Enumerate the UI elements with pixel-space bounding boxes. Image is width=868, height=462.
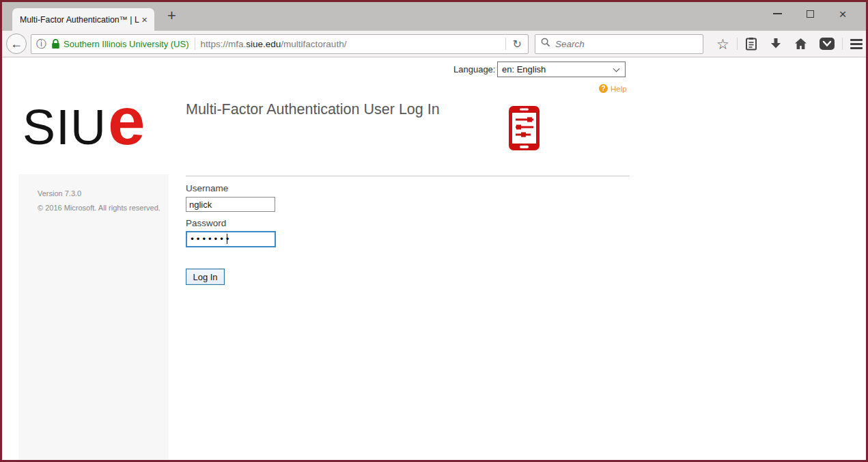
username-label: Username <box>186 183 228 193</box>
toolbar-divider-2 <box>842 38 843 50</box>
password-field-wrapper <box>186 231 276 247</box>
back-icon: ← <box>10 37 23 51</box>
info-icon[interactable]: ⓘ <box>36 38 46 51</box>
logo-e-text: e <box>108 83 145 159</box>
back-button[interactable]: ← <box>6 33 27 54</box>
search-icon <box>541 38 550 50</box>
url-text[interactable]: https://mfa.siue.edu/multifactorauth/ <box>201 39 347 49</box>
pocket-badge <box>820 38 835 50</box>
tab-mfa[interactable]: Multi-Factor Authentication™ | L × <box>12 8 154 31</box>
close-icon: × <box>839 8 846 21</box>
toolbar-divider <box>737 38 738 50</box>
url-domain: siue.edu <box>246 39 281 49</box>
home-icon[interactable] <box>794 38 807 50</box>
language-select[interactable]: en: English <box>497 62 626 77</box>
maximize-button[interactable] <box>802 5 818 23</box>
sidebar: Version 7.3.0 © 2016 Microsoft. All righ… <box>18 174 169 460</box>
search-input[interactable] <box>555 39 697 49</box>
toolbar-icons: ☆ <box>710 37 868 51</box>
login-button[interactable]: Log In <box>186 269 225 285</box>
site-identity-label[interactable]: Southern Illinois University (US) <box>64 39 189 49</box>
copyright-label: © 2016 Microsoft. All rights reserved. <box>38 204 160 212</box>
url-path: /multifactorauth/ <box>281 39 346 49</box>
minimize-button[interactable] <box>769 5 785 23</box>
browser-window: Multi-Factor Authentication™ | L × + × ←… <box>0 0 868 462</box>
chevron-down-icon <box>613 66 620 72</box>
language-selected-value: en: English <box>502 64 546 74</box>
hamburger-bars <box>850 39 863 49</box>
username-input[interactable] <box>186 197 275 212</box>
help-label: Help <box>611 85 627 93</box>
siue-logo: SIUe <box>23 87 145 154</box>
reload-button[interactable]: ↻ <box>512 38 523 51</box>
tab-close-icon[interactable]: × <box>139 14 150 25</box>
maximize-icon <box>807 10 814 18</box>
text-caret <box>227 234 227 244</box>
minimize-icon <box>773 13 782 14</box>
navigation-toolbar: ← ⓘ Southern Illinois University (US) ht… <box>2 31 866 57</box>
tab-bar: Multi-Factor Authentication™ | L × + × <box>2 2 866 31</box>
form-divider <box>186 176 630 176</box>
urlbar-divider <box>195 38 195 50</box>
password-input[interactable] <box>186 231 276 247</box>
bookmark-star-icon[interactable]: ☆ <box>716 37 729 51</box>
help-question-icon: ? <box>599 84 608 93</box>
pocket-icon[interactable] <box>820 38 835 50</box>
search-bar[interactable] <box>535 34 703 54</box>
close-button[interactable]: × <box>835 5 851 23</box>
url-prefix: https://mfa. <box>201 39 247 49</box>
tab-title: Multi-Factor Authentication™ | L <box>20 15 139 25</box>
help-link[interactable]: ? Help <box>599 84 627 93</box>
page-content: Language: en: English ? Help SIUe Multi-… <box>2 57 866 460</box>
phone-settings-icon <box>508 105 540 154</box>
url-bar[interactable]: ⓘ Southern Illinois University (US) http… <box>31 34 529 54</box>
language-label: Language: <box>453 64 495 74</box>
password-label: Password <box>186 218 226 228</box>
urlbar-divider-2 <box>505 38 506 50</box>
downloads-icon[interactable] <box>770 38 782 50</box>
menu-icon[interactable] <box>850 39 863 49</box>
page-title: Multi-Factor Authentication User Log In <box>186 101 440 118</box>
window-controls: × <box>769 5 851 23</box>
bookmarks-clipboard-icon[interactable] <box>745 37 757 51</box>
version-label: Version 7.3.0 <box>38 189 81 198</box>
logo-siu-text: SIU <box>23 100 107 154</box>
lock-icon <box>51 39 60 49</box>
new-tab-button[interactable]: + <box>163 8 180 24</box>
